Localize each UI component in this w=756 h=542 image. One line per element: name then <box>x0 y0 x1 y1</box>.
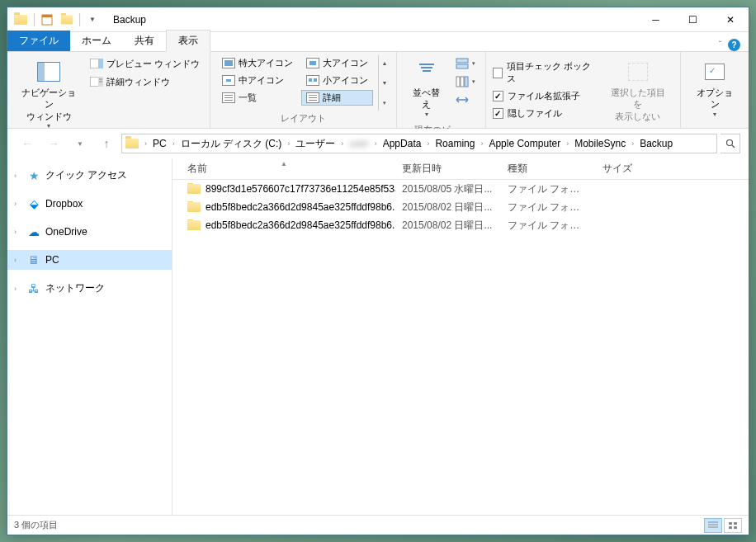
breadcrumb-item-blurred[interactable]: user <box>346 138 371 149</box>
layout-scroll-down[interactable]: ▼ <box>379 76 390 91</box>
checkbox-checked-icon <box>493 108 503 119</box>
breadcrumb-item[interactable]: Apple Computer <box>485 138 564 149</box>
back-button[interactable]: ← <box>16 132 39 155</box>
view-icons-toggle[interactable] <box>724 518 742 533</box>
group-by-button[interactable]: ▾ <box>452 55 479 72</box>
column-date[interactable]: 更新日時 <box>395 162 501 176</box>
hide-selected-icon <box>628 63 648 81</box>
breadcrumb-item[interactable]: ローカル ディスク (C:) <box>177 137 286 151</box>
chevron-right-icon[interactable]: › <box>564 139 571 148</box>
extra-large-icon <box>222 58 235 68</box>
tab-file[interactable]: ファイル <box>7 31 70 51</box>
svg-rect-3 <box>98 59 103 68</box>
layout-small-button[interactable]: 小アイコン <box>301 73 373 88</box>
layout-scroll-more[interactable]: ▾ <box>379 96 390 111</box>
breadcrumb[interactable]: › PC › ローカル ディスク (C:) › ユーザー › user › Ap… <box>121 134 717 153</box>
sort-icon <box>417 64 437 80</box>
size-columns-button[interactable] <box>452 92 479 108</box>
sidebar-item-network[interactable]: › 🖧 ネットワーク <box>7 278 172 299</box>
chevron-right-icon[interactable]: › <box>372 139 380 148</box>
chevron-right-icon[interactable]: › <box>142 139 149 148</box>
folder-icon <box>187 202 201 212</box>
ribbon-group-layout: 特大アイコン 中アイコン 一覧 大アイコン 小アイコン 詳細 ▲ ▼ ▾ レイア… <box>210 52 397 128</box>
sidebar-item-dropbox[interactable]: › ⬙ Dropbox <box>7 194 172 214</box>
layout-list-button[interactable]: 一覧 <box>217 90 298 106</box>
ribbon-group-show-hide: 項目チェック ボックス ファイル名拡張子 隠しファイル 選択した項目を 表示しな… <box>486 52 682 128</box>
search-button[interactable] <box>721 134 740 153</box>
layout-scroll: ▲ ▼ ▾ <box>378 55 390 111</box>
folder-icon <box>125 139 139 148</box>
chevron-right-icon[interactable]: › <box>338 139 346 148</box>
window-title: Backup <box>113 14 146 26</box>
column-name[interactable]: ▲ 名前 <box>172 162 395 176</box>
addressbar: ← → ▼ ↑ › PC › ローカル ディスク (C:) › ユーザー › u… <box>7 129 749 158</box>
details-icon <box>306 92 319 103</box>
chevron-right-icon[interactable]: › <box>14 285 17 293</box>
svg-rect-22 <box>734 526 737 529</box>
chevron-right-icon[interactable]: › <box>285 139 292 148</box>
breadcrumb-item[interactable]: Backup <box>636 138 676 149</box>
sort-button[interactable]: 並べ替え ▾ <box>404 55 448 122</box>
navigation-pane-button[interactable]: ナビゲーション ウィンドウ ▾ <box>14 55 83 134</box>
options-icon <box>705 64 725 80</box>
file-rows[interactable]: 899cf3d1e576607c17f73736e11254e85f53a...… <box>172 180 749 515</box>
chevron-right-icon[interactable]: › <box>478 139 485 148</box>
file-extensions-toggle[interactable]: ファイル名拡張子 <box>493 88 598 104</box>
column-type[interactable]: 種類 <box>501 162 596 176</box>
up-button[interactable]: ↑ <box>95 132 118 155</box>
explorer-window: ▼ Backup ─ ☐ ✕ ファイル ホーム 共有 表示 ˇ ? ナビゲーショ… <box>7 7 749 535</box>
add-columns-button[interactable]: ▾ <box>452 73 479 90</box>
tab-view[interactable]: 表示 <box>166 30 210 52</box>
options-button[interactable]: オプション ▾ <box>687 55 742 122</box>
svg-rect-10 <box>456 77 460 87</box>
qat-customize-dropdown[interactable]: ▼ <box>83 11 102 29</box>
ribbon-collapse-icon[interactable]: ˇ <box>719 40 721 49</box>
chevron-right-icon[interactable]: › <box>424 139 432 148</box>
layout-details-button[interactable]: 詳細 <box>301 90 373 106</box>
sidebar-item-onedrive[interactable]: › ☁ OneDrive <box>7 222 172 242</box>
sidebar-item-quick-access[interactable]: › ★ クイック アクセス <box>7 165 172 186</box>
svg-rect-12 <box>465 77 468 87</box>
file-row[interactable]: edb5f8bedc2a366d2d9845ae325ffddf98b6... … <box>172 198 749 216</box>
column-size[interactable]: サイズ <box>596 162 662 176</box>
breadcrumb-item[interactable]: AppData <box>380 138 425 149</box>
breadcrumb-item[interactable]: MobileSync <box>571 138 629 149</box>
breadcrumb-item[interactable]: PC <box>149 138 170 149</box>
sidebar-item-pc[interactable]: › 🖥 PC <box>7 250 172 270</box>
small-icon <box>306 75 319 86</box>
chevron-right-icon[interactable]: › <box>14 256 17 264</box>
qat-properties-icon[interactable] <box>38 11 56 29</box>
column-headers: ▲ 名前 更新日時 種類 サイズ <box>172 158 749 180</box>
checkbox-checked-icon <box>493 91 503 101</box>
forward-button[interactable]: → <box>42 132 65 155</box>
tab-home[interactable]: ホーム <box>70 31 123 51</box>
chevron-right-icon[interactable]: › <box>14 200 17 208</box>
view-details-toggle[interactable] <box>704 518 722 533</box>
chevron-right-icon[interactable]: › <box>629 139 636 148</box>
minimize-button[interactable]: ─ <box>637 7 674 31</box>
hidden-files-toggle[interactable]: 隠しファイル <box>493 106 598 121</box>
layout-scroll-up[interactable]: ▲ <box>379 55 390 70</box>
breadcrumb-item[interactable]: ユーザー <box>292 137 338 151</box>
breadcrumb-item[interactable]: Roaming <box>432 138 478 149</box>
preview-pane-button[interactable]: プレビュー ウィンドウ <box>87 55 203 72</box>
layout-large-button[interactable]: 大アイコン <box>301 55 373 71</box>
history-dropdown[interactable]: ▼ <box>69 132 92 155</box>
chevron-right-icon[interactable]: › <box>14 228 17 236</box>
layout-extra-large-button[interactable]: 特大アイコン <box>217 55 298 71</box>
qat-newfolder-icon[interactable] <box>58 11 76 29</box>
layout-medium-button[interactable]: 中アイコン <box>217 73 298 88</box>
details-pane-button[interactable]: 詳細ウィンドウ <box>87 73 203 90</box>
chevron-right-icon[interactable]: › <box>170 139 177 148</box>
item-checkboxes-toggle[interactable]: 項目チェック ボックス <box>493 59 598 87</box>
close-button[interactable]: ✕ <box>711 7 749 31</box>
file-row[interactable]: 899cf3d1e576607c17f73736e11254e85f53a...… <box>172 180 749 198</box>
quick-access-toolbar: ▼ <box>32 11 102 29</box>
help-icon[interactable]: ? <box>728 39 740 51</box>
chevron-right-icon[interactable]: › <box>14 172 17 180</box>
file-row[interactable]: edb5f8bedc2a366d2d9845ae325ffddf98b6... … <box>172 216 749 234</box>
maximize-button[interactable]: ☐ <box>674 7 711 31</box>
size-columns-icon <box>456 93 469 106</box>
sidebar: › ★ クイック アクセス › ⬙ Dropbox › ☁ OneDrive ›… <box>7 158 172 515</box>
tab-share[interactable]: 共有 <box>123 31 166 51</box>
